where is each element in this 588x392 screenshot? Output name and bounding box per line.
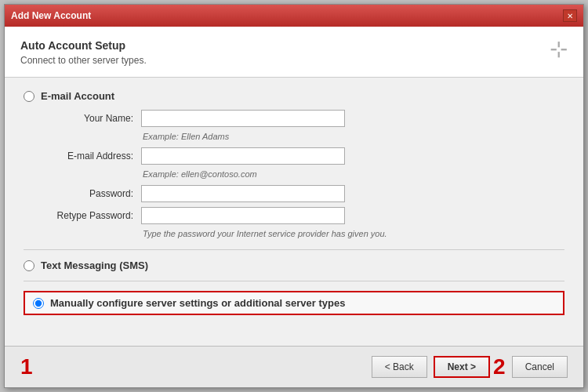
email-account-section: E-mail Account Your Name: Example: Ellen…	[24, 90, 564, 238]
header-section: Auto Account Setup Connect to other serv…	[5, 27, 583, 78]
your-name-input[interactable]	[141, 110, 345, 127]
retype-password-input[interactable]	[141, 207, 345, 224]
password-hint: Type the password your Internet service …	[24, 229, 564, 238]
sms-label[interactable]: Text Messaging (SMS)	[41, 260, 148, 271]
bottom-bar: 1 < Back Next > 2 Cancel	[5, 346, 583, 387]
manual-configure-option: Manually configure server settings or ad…	[24, 291, 564, 315]
sms-radio[interactable]	[24, 260, 34, 271]
email-account-option: E-mail Account	[24, 90, 564, 102]
email-address-group: E-mail Address:	[24, 147, 564, 165]
sms-option: Text Messaging (SMS)	[24, 260, 564, 271]
divider-2	[24, 281, 564, 281]
content-area: E-mail Account Your Name: Example: Ellen…	[5, 78, 583, 346]
your-name-label: Your Name:	[47, 113, 133, 124]
email-account-label[interactable]: E-mail Account	[41, 90, 114, 102]
bottom-buttons: < Back Next > 2 Cancel	[372, 354, 568, 379]
your-name-hint: Example: Ellen Adams	[24, 132, 564, 141]
email-address-label: E-mail Address:	[47, 151, 133, 162]
password-label: Password:	[47, 188, 133, 199]
add-new-account-window: Add New Account ✕ Auto Account Setup Con…	[4, 4, 584, 388]
back-button[interactable]: < Back	[372, 356, 427, 378]
password-input[interactable]	[141, 185, 345, 202]
manual-configure-label[interactable]: Manually configure server settings or ad…	[50, 297, 345, 309]
divider-1	[24, 249, 564, 250]
close-button[interactable]: ✕	[563, 9, 577, 22]
email-account-radio[interactable]	[24, 91, 34, 102]
header-subtitle: Connect to other server types.	[20, 55, 147, 66]
email-address-input[interactable]	[141, 147, 345, 165]
annotation-1: 1	[20, 354, 33, 379]
annotation-2: 2	[493, 354, 506, 379]
retype-password-label: Retype Password:	[47, 210, 133, 221]
title-bar: Add New Account ✕	[5, 5, 583, 27]
your-name-group: Your Name:	[24, 110, 564, 127]
retype-password-group: Retype Password:	[24, 207, 564, 224]
next-button[interactable]: Next >	[434, 356, 490, 378]
header-title: Auto Account Setup	[20, 39, 147, 52]
manual-configure-radio[interactable]	[33, 298, 44, 309]
window-body: Auto Account Setup Connect to other serv…	[5, 27, 583, 387]
header-text: Auto Account Setup Connect to other serv…	[20, 39, 147, 66]
window-title: Add New Account	[11, 10, 91, 21]
title-bar-controls: ✕	[563, 9, 577, 22]
password-group: Password:	[24, 185, 564, 202]
cursor-icon: ⊹	[550, 36, 568, 62]
email-address-hint: Example: ellen@contoso.com	[24, 169, 564, 179]
cancel-button[interactable]: Cancel	[512, 356, 568, 378]
